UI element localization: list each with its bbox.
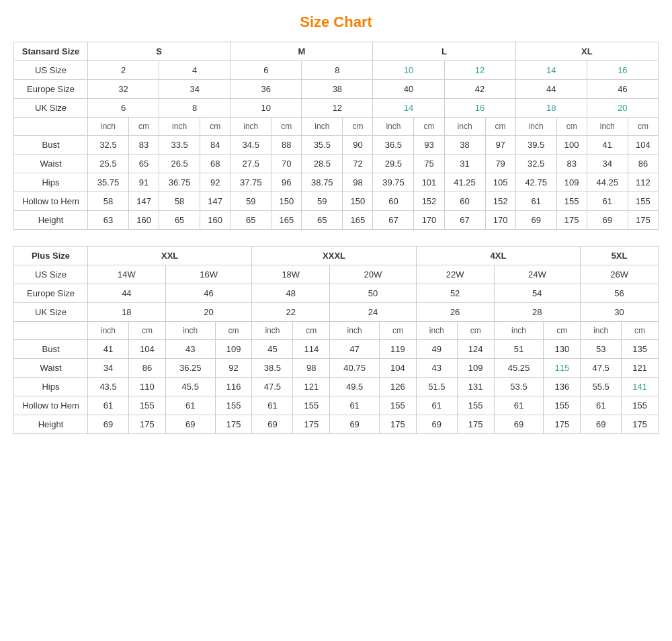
table-cell: 51.5	[416, 378, 457, 396]
table-cell: 121	[622, 359, 659, 378]
table-cell: 150	[343, 192, 373, 211]
m-header: M	[230, 42, 373, 61]
table-cell: Waist	[14, 155, 88, 173]
table-cell: 104	[380, 359, 417, 378]
4xl-header: 4XL	[416, 247, 580, 265]
table-cell: 38	[444, 136, 485, 155]
table-cell: 65	[129, 155, 159, 173]
table-cell: 65	[302, 211, 343, 230]
table-cell: 61	[330, 396, 380, 415]
table-cell: 155	[622, 396, 659, 415]
table-cell: 90	[343, 136, 373, 155]
table-cell: cm	[556, 118, 587, 136]
table-cell: 165	[271, 211, 302, 230]
table-cell: Bust	[14, 340, 88, 359]
table-cell: 43	[165, 340, 215, 359]
table-cell: 14	[373, 99, 444, 118]
table-cell: 155	[556, 192, 587, 211]
table-cell: 45.25	[494, 359, 544, 378]
table-cell: 29.5	[373, 155, 414, 173]
table-cell: 116	[215, 378, 252, 396]
table-cell: 31	[444, 155, 485, 173]
table-cell: 44	[515, 80, 587, 99]
table-cell: 54	[494, 284, 581, 303]
table-cell: 67	[373, 211, 414, 230]
table-cell: 18	[88, 303, 166, 322]
table-cell: 22W	[416, 265, 494, 284]
table-cell: 72	[343, 155, 373, 173]
table-cell: 12	[444, 61, 515, 80]
table-cell: 59	[230, 192, 271, 211]
table-cell: 26	[416, 303, 494, 322]
table-cell: 91	[129, 173, 159, 192]
uk-size-row: UK Size18202224262830	[14, 303, 659, 322]
table-cell: 61	[88, 396, 129, 415]
table-cell: 38.5	[252, 359, 293, 378]
table-cell: 65	[159, 211, 200, 230]
table-cell: 35.75	[88, 173, 129, 192]
table-cell: 60	[373, 192, 414, 211]
bust-row: Bust41104431094511447119491245113053135	[14, 340, 659, 359]
table-cell: 69	[88, 415, 129, 434]
table-cell: 20	[165, 303, 252, 322]
table-cell: 165	[343, 211, 373, 230]
table-cell: 175	[544, 415, 581, 434]
plus-size-table: Plus Size XXL XXXL 4XL 5XL US Size14W16W…	[13, 246, 659, 434]
table-cell: 96	[271, 173, 302, 192]
table-cell: 155	[544, 396, 581, 415]
table-cell: inch	[252, 322, 293, 340]
table-cell: 61	[416, 396, 457, 415]
table-cell: 130	[544, 340, 581, 359]
table-cell: 69	[587, 211, 628, 230]
table-cell: 36	[230, 80, 302, 99]
table-cell: inch	[88, 322, 129, 340]
table-cell: cm	[200, 118, 230, 136]
table-cell: 65	[230, 211, 271, 230]
table-cell: 14W	[88, 265, 166, 284]
table-cell: 61	[515, 192, 556, 211]
table-cell: 131	[457, 378, 494, 396]
table-cell: inch	[230, 118, 271, 136]
table-cell: 46	[165, 284, 252, 303]
table-cell: 104	[628, 136, 658, 155]
table-cell: 34.5	[230, 136, 271, 155]
table-cell: 135	[622, 340, 659, 359]
table-cell: Height	[14, 211, 88, 230]
bust-row: Bust32.58333.58434.58835.59036.593389739…	[14, 136, 659, 155]
table-cell: 155	[293, 396, 330, 415]
table-cell: UK Size	[14, 99, 88, 118]
table-cell: 53.5	[494, 378, 544, 396]
table-cell: 175	[293, 415, 330, 434]
table-cell: 97	[485, 136, 515, 155]
table-cell: cm	[293, 322, 330, 340]
table-cell: 67	[444, 211, 485, 230]
table-cell: 93	[414, 136, 444, 155]
height-row: Height6917569175691756917569175691756917…	[14, 415, 659, 434]
table-cell: 26.5	[159, 155, 200, 173]
table-cell: 36.5	[373, 136, 414, 155]
table-cell: 42	[444, 80, 515, 99]
table-cell: 69	[165, 415, 215, 434]
table-cell: 69	[494, 415, 544, 434]
table-cell: 61	[252, 396, 293, 415]
table-cell: 70	[271, 155, 302, 173]
table-cell: 69	[416, 415, 457, 434]
table-cell: Europe Size	[14, 284, 88, 303]
table-cell: 110	[129, 378, 166, 396]
units-row: inchcminchcminchcminchcminchcminchcminch…	[14, 322, 659, 340]
table-cell: 60	[444, 192, 485, 211]
table-cell: 49.5	[330, 378, 380, 396]
table-cell: 36.75	[159, 173, 200, 192]
waist-row: Waist348636.259238.59840.751044310945.25…	[14, 359, 659, 378]
table-cell: 45.5	[165, 378, 215, 396]
table-cell: 126	[380, 378, 417, 396]
table-cell: US Size	[14, 61, 88, 80]
table-cell: 170	[485, 211, 515, 230]
table-cell: Waist	[14, 359, 88, 378]
table-cell: 84	[200, 136, 230, 155]
uk-size-row: UK Size68101214161820	[14, 99, 659, 118]
table-cell: Hips	[14, 173, 88, 192]
table-cell: 18W	[252, 265, 330, 284]
table-cell: 79	[485, 155, 515, 173]
table-cell: 53	[581, 340, 622, 359]
